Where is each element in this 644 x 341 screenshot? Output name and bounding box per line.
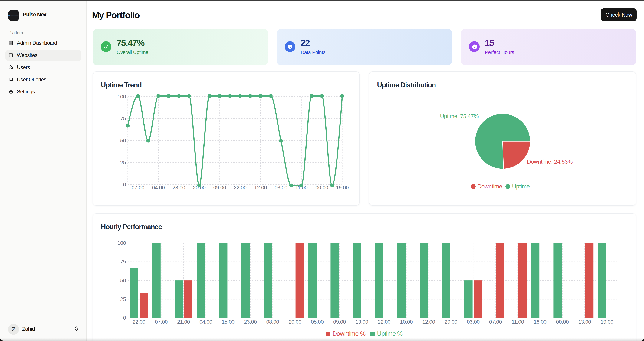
svg-text:04:00: 04:00 (200, 319, 212, 325)
svg-text:75: 75 (120, 259, 126, 265)
svg-text:15:00: 15:00 (222, 319, 234, 325)
svg-text:50: 50 (120, 278, 126, 283)
svg-text:09:00: 09:00 (213, 185, 226, 190)
svg-text:Downtime: 24.53%: Downtime: 24.53% (527, 158, 572, 165)
svg-text:23:00: 23:00 (244, 319, 257, 325)
svg-text:09:00: 09:00 (333, 319, 346, 325)
svg-text:03:00: 03:00 (467, 319, 480, 325)
svg-text:00:00: 00:00 (556, 319, 569, 325)
svg-text:PulseNex: PulseNex (10, 14, 19, 17)
svg-text:19:00: 19:00 (601, 319, 614, 325)
svg-text:22:00: 22:00 (234, 185, 246, 190)
svg-text:100: 100 (118, 240, 126, 246)
svg-text:25: 25 (120, 160, 126, 165)
svg-text:Downtime %: Downtime % (332, 330, 366, 337)
svg-text:16:00: 16:00 (534, 319, 546, 325)
svg-text:04:00: 04:00 (152, 185, 165, 190)
svg-text:12:00: 12:00 (422, 319, 435, 325)
svg-text:19:00: 19:00 (336, 185, 349, 190)
svg-text:21:00: 21:00 (177, 319, 190, 325)
svg-text:00:00: 00:00 (316, 185, 328, 190)
svg-text:100: 100 (118, 94, 126, 100)
svg-text:23:00: 23:00 (172, 185, 185, 190)
svg-text:07:00: 07:00 (155, 319, 168, 325)
svg-text:25: 25 (120, 296, 126, 302)
svg-text:05:00: 05:00 (311, 319, 324, 325)
svg-text:20:00: 20:00 (289, 319, 302, 325)
svg-text:12:00: 12:00 (254, 185, 267, 190)
svg-text:10:00: 10:00 (400, 319, 413, 325)
svg-text:22:00: 22:00 (378, 319, 390, 325)
svg-text:0: 0 (123, 182, 126, 187)
svg-text:50: 50 (120, 138, 126, 144)
svg-text:Uptime %: Uptime % (377, 330, 403, 337)
svg-text:11:00: 11:00 (512, 319, 524, 325)
svg-text:07:00: 07:00 (132, 185, 144, 190)
svg-text:0: 0 (123, 315, 126, 321)
svg-text:75: 75 (120, 116, 126, 121)
svg-text:Uptime: Uptime (512, 183, 530, 190)
svg-text:08:00: 08:00 (266, 319, 279, 325)
svg-text:22:00: 22:00 (132, 319, 145, 325)
svg-text:03:00: 03:00 (275, 185, 288, 190)
svg-text:13:00: 13:00 (355, 319, 368, 325)
svg-text:20:00: 20:00 (444, 319, 457, 325)
svg-text:13:00: 13:00 (578, 319, 591, 325)
svg-text:Uptime: 75.47%: Uptime: 75.47% (440, 113, 479, 119)
svg-text:Downtime: Downtime (477, 183, 502, 190)
svg-text:07:00: 07:00 (489, 319, 502, 325)
